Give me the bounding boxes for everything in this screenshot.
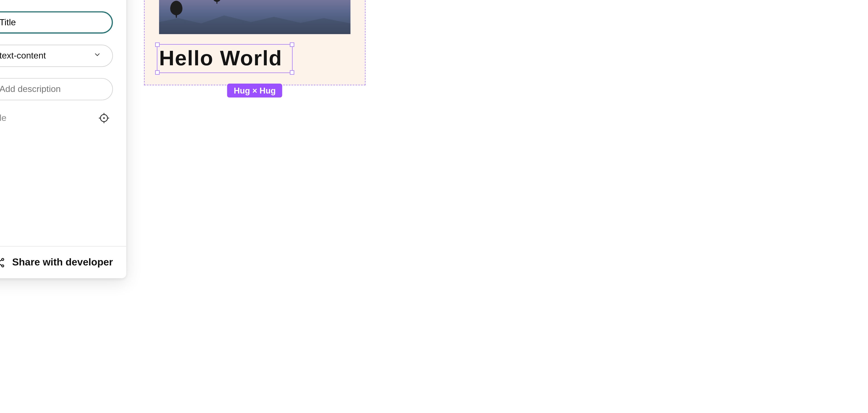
hug-badge: Hug × Hug — [227, 84, 283, 98]
locate-layer-button[interactable] — [97, 112, 111, 125]
row-name: Name — [0, 11, 113, 33]
component-frame[interactable]: Hello World Hug × Hug — [144, 0, 366, 85]
property-select[interactable]: text-content — [0, 45, 113, 67]
detail-header: Title — [0, 0, 113, 0]
share-label: Share with developer — [12, 257, 113, 268]
svg-point-6 — [2, 258, 4, 260]
description-input[interactable] — [0, 84, 101, 94]
description-input-wrapper — [0, 78, 113, 100]
figma-canvas: Hello Card Hello World — [144, 0, 366, 85]
selection-handle-ne[interactable] — [290, 42, 294, 47]
row-layer: Layer Title — [0, 112, 113, 125]
plugin-footer: No errors Share with developer — [0, 246, 126, 278]
name-input-wrapper — [0, 11, 113, 33]
share-icon — [0, 257, 5, 268]
crosshair-icon — [98, 112, 110, 124]
card-image — [159, 0, 350, 34]
share-button[interactable]: Share with developer — [0, 257, 113, 268]
body-row: Summary Parameters T Title Title — [0, 0, 126, 246]
svg-point-7 — [2, 264, 4, 266]
property-value: text-content — [0, 51, 46, 61]
name-input[interactable] — [0, 18, 101, 27]
caption-wrap: Hello World — [159, 46, 350, 70]
row-description: Description — [0, 78, 113, 100]
layer-value: Title — [0, 113, 6, 123]
row-property: Property text-content — [0, 45, 113, 67]
plugin-window: Relay for Figma Hello World Hello Card S… — [0, 0, 126, 278]
detail-pane: Title Name Property text-content — [0, 0, 126, 246]
chevron-down-icon — [93, 51, 101, 61]
selection-handle-sw[interactable] — [155, 70, 160, 75]
selection-handle-se[interactable] — [290, 70, 294, 75]
card-caption[interactable]: Hello World — [159, 46, 282, 70]
layer-display: Title — [0, 112, 113, 125]
svg-point-4 — [103, 117, 105, 119]
